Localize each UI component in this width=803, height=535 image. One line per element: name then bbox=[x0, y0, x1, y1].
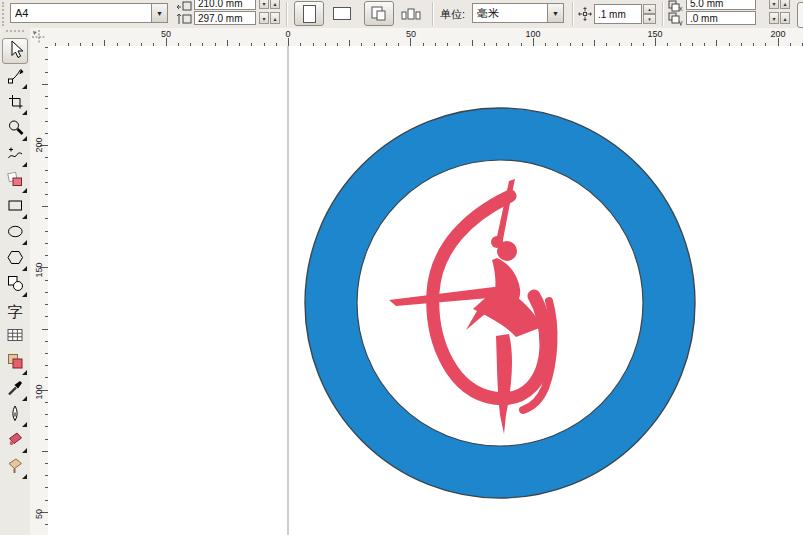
units-value: 毫米 bbox=[473, 6, 547, 21]
flyout-indicator-icon bbox=[22, 266, 27, 271]
flyout-indicator-icon bbox=[22, 396, 27, 401]
toolbox: 字 bbox=[0, 28, 31, 535]
flyout-indicator-icon bbox=[22, 422, 27, 427]
chevron-down-icon[interactable]: ▼ bbox=[547, 4, 563, 22]
ruler-origin-crosshair-icon bbox=[30, 28, 48, 46]
flyout-indicator-icon bbox=[22, 448, 27, 453]
apply-size-current-page-button[interactable] bbox=[397, 1, 425, 26]
flyout-indicator-icon bbox=[22, 136, 27, 141]
flyout-indicator-icon bbox=[22, 240, 27, 245]
h-ruler-label: 150 bbox=[647, 29, 662, 39]
h-ruler-label: 200 bbox=[770, 29, 785, 39]
units-label: 单位: bbox=[440, 7, 465, 22]
text-tool[interactable]: 字 bbox=[2, 298, 28, 324]
text-tool-icon: 字 bbox=[8, 304, 23, 319]
duplicate-distance-y-value: .0 mm bbox=[690, 13, 718, 24]
duplicate-distance-y-spinner[interactable]: ▾▴ bbox=[768, 12, 790, 24]
crop-tool[interactable] bbox=[2, 90, 28, 116]
ruler-origin-corner[interactable] bbox=[30, 28, 49, 47]
current-page-icon bbox=[401, 5, 421, 23]
flyout-indicator-icon bbox=[22, 188, 27, 193]
horizontal-ruler[interactable]: 50050100150200 bbox=[48, 28, 803, 47]
page-height-field[interactable]: 297.0 mm bbox=[194, 11, 256, 25]
page-width-value: 210.0 mm bbox=[198, 0, 242, 9]
landscape-orientation-button[interactable] bbox=[327, 1, 357, 26]
polygon-tool[interactable] bbox=[2, 246, 28, 272]
fill-tool[interactable] bbox=[2, 428, 28, 454]
flyout-indicator-icon bbox=[22, 162, 27, 167]
zoom-tool[interactable] bbox=[2, 116, 28, 142]
v-ruler-label: 200 bbox=[34, 137, 44, 152]
nudge-offset-spinner[interactable]: ▴▾ bbox=[643, 4, 656, 24]
svg-text:x: x bbox=[679, 5, 683, 12]
rectangle-tool[interactable] bbox=[2, 194, 28, 220]
freehand-tool[interactable] bbox=[2, 142, 28, 168]
pick-icon bbox=[5, 39, 25, 63]
all-pages-icon bbox=[370, 5, 388, 23]
duplicate-distance-x-spinner[interactable]: ▾▴ bbox=[768, 0, 790, 9]
basic-shapes-tool[interactable] bbox=[2, 272, 28, 298]
flyout-indicator-icon bbox=[22, 292, 27, 297]
portrait-icon bbox=[303, 5, 316, 23]
nudge-offset-icon bbox=[578, 7, 592, 25]
toolbar-button-fragment[interactable] bbox=[797, 2, 803, 28]
svg-text:y: y bbox=[679, 19, 683, 26]
toolbox-grip[interactable] bbox=[6, 30, 24, 38]
h-ruler-label: 0 bbox=[285, 29, 290, 39]
page-preset-combobox[interactable]: A4 ▼ bbox=[10, 3, 168, 23]
h-ruler-label: 50 bbox=[161, 29, 171, 39]
ellipse-tool[interactable] bbox=[2, 220, 28, 246]
flyout-indicator-icon bbox=[22, 214, 27, 219]
flyout-indicator-icon bbox=[22, 370, 27, 375]
smart-fill-tool[interactable] bbox=[2, 168, 28, 194]
flyout-indicator-icon bbox=[22, 84, 27, 89]
flyout-indicator-icon bbox=[22, 474, 27, 479]
table-tool[interactable] bbox=[2, 324, 28, 350]
eyedropper-tool[interactable] bbox=[2, 376, 28, 402]
pick-tool[interactable] bbox=[2, 38, 28, 64]
shape-tool[interactable] bbox=[2, 64, 28, 90]
chevron-down-icon[interactable]: ▼ bbox=[151, 4, 167, 22]
landscape-icon bbox=[333, 7, 351, 20]
interactive-fill-tool[interactable] bbox=[2, 454, 28, 480]
page-width-field[interactable]: 210.0 mm bbox=[194, 0, 256, 10]
duplicate-distance-x-value: 5.0 mm bbox=[690, 0, 723, 9]
v-ruler-label: 50 bbox=[34, 509, 44, 519]
duplicate-distance-y-field[interactable]: .0 mm bbox=[686, 11, 756, 25]
toolbar-grip[interactable] bbox=[2, 2, 7, 26]
table-icon bbox=[5, 325, 25, 349]
dancer-hair-bun bbox=[491, 236, 503, 248]
duplicate-distance-x-field[interactable]: 5.0 mm bbox=[686, 0, 756, 10]
vertical-ruler[interactable]: 20015010050 bbox=[30, 46, 49, 535]
page-height-value: 297.0 mm bbox=[198, 13, 242, 24]
property-bar: A4 ▼ 210.0 mm ▾▴ 297.0 mm ▾▴ bbox=[0, 0, 803, 29]
h-ruler-label: 50 bbox=[406, 29, 416, 39]
v-ruler-label: 150 bbox=[34, 262, 44, 277]
page-preset-value: A4 bbox=[11, 7, 151, 19]
duplicate-distance-y-icon: y bbox=[668, 12, 684, 29]
outline-tool[interactable] bbox=[2, 402, 28, 428]
flyout-indicator-icon bbox=[22, 110, 27, 115]
h-ruler-label: 100 bbox=[525, 29, 540, 39]
app-window: A4 ▼ 210.0 mm ▾▴ 297.0 mm ▾▴ bbox=[0, 0, 803, 535]
apply-size-all-pages-button[interactable] bbox=[364, 1, 394, 26]
page-height-spinner[interactable]: ▾▴ bbox=[258, 12, 280, 24]
nudge-offset-field[interactable]: .1 mm bbox=[594, 4, 642, 24]
units-combobox[interactable]: 毫米 ▼ bbox=[472, 3, 564, 23]
portrait-orientation-button[interactable] bbox=[294, 1, 324, 26]
nudge-offset-value: .1 mm bbox=[598, 9, 626, 20]
blend-tool[interactable] bbox=[2, 350, 28, 376]
canvas[interactable] bbox=[48, 46, 803, 535]
v-ruler-label: 100 bbox=[34, 384, 44, 399]
page-width-spinner[interactable]: ▾▴ bbox=[258, 0, 280, 9]
page-height-icon bbox=[176, 12, 192, 29]
